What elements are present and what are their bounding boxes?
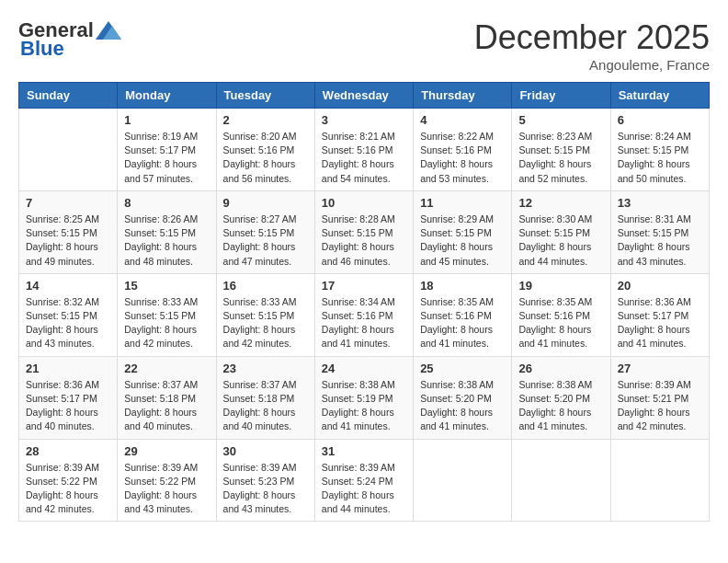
calendar-cell: 25Sunrise: 8:38 AM Sunset: 5:20 PM Dayli… <box>414 356 512 439</box>
day-info: Sunrise: 8:38 AM Sunset: 5:19 PM Dayligh… <box>322 378 406 434</box>
day-number: 8 <box>124 196 209 210</box>
weekday-header-row: SundayMondayTuesdayWednesdayThursdayFrid… <box>19 83 710 109</box>
week-row-3: 14Sunrise: 8:32 AM Sunset: 5:15 PM Dayli… <box>19 273 710 356</box>
weekday-header-tuesday: Tuesday <box>216 83 314 109</box>
day-info: Sunrise: 8:39 AM Sunset: 5:22 PM Dayligh… <box>26 461 110 517</box>
day-number: 18 <box>420 279 505 293</box>
calendar-cell: 21Sunrise: 8:36 AM Sunset: 5:17 PM Dayli… <box>19 356 118 439</box>
day-number: 11 <box>420 196 505 210</box>
location-subtitle: Angouleme, France <box>474 57 710 73</box>
calendar-cell: 4Sunrise: 8:22 AM Sunset: 5:16 PM Daylig… <box>414 109 512 191</box>
weekday-header-thursday: Thursday <box>414 83 512 109</box>
day-info: Sunrise: 8:38 AM Sunset: 5:20 PM Dayligh… <box>420 378 505 434</box>
weekday-header-saturday: Saturday <box>610 83 709 109</box>
day-number: 13 <box>618 196 702 210</box>
calendar-cell: 17Sunrise: 8:34 AM Sunset: 5:16 PM Dayli… <box>314 273 413 356</box>
day-number: 16 <box>223 279 308 293</box>
logo-blue-text: Blue <box>20 37 64 61</box>
calendar-cell: 14Sunrise: 8:32 AM Sunset: 5:15 PM Dayli… <box>19 273 118 356</box>
calendar-cell <box>610 439 709 522</box>
day-info: Sunrise: 8:21 AM Sunset: 5:16 PM Dayligh… <box>322 130 406 186</box>
day-info: Sunrise: 8:29 AM Sunset: 5:15 PM Dayligh… <box>420 213 505 269</box>
day-info: Sunrise: 8:34 AM Sunset: 5:16 PM Dayligh… <box>322 295 406 351</box>
day-number: 19 <box>518 279 603 293</box>
calendar-cell: 19Sunrise: 8:35 AM Sunset: 5:16 PM Dayli… <box>512 273 610 356</box>
day-number: 14 <box>26 279 110 293</box>
calendar-cell <box>512 439 610 522</box>
calendar-cell: 15Sunrise: 8:33 AM Sunset: 5:15 PM Dayli… <box>118 273 216 356</box>
day-info: Sunrise: 8:37 AM Sunset: 5:18 PM Dayligh… <box>124 378 209 434</box>
day-number: 3 <box>322 113 406 127</box>
day-info: Sunrise: 8:37 AM Sunset: 5:18 PM Dayligh… <box>223 378 308 434</box>
calendar-cell: 23Sunrise: 8:37 AM Sunset: 5:18 PM Dayli… <box>216 356 314 439</box>
calendar-cell: 26Sunrise: 8:38 AM Sunset: 5:20 PM Dayli… <box>512 356 610 439</box>
day-info: Sunrise: 8:20 AM Sunset: 5:16 PM Dayligh… <box>223 130 308 186</box>
week-row-2: 7Sunrise: 8:25 AM Sunset: 5:15 PM Daylig… <box>19 190 710 273</box>
page-header: General Blue December 2025 Angouleme, Fr… <box>18 18 710 73</box>
calendar-cell: 1Sunrise: 8:19 AM Sunset: 5:17 PM Daylig… <box>118 109 216 191</box>
day-number: 9 <box>223 196 308 210</box>
day-number: 20 <box>618 279 702 293</box>
day-number: 31 <box>322 444 406 458</box>
day-number: 2 <box>223 113 308 127</box>
calendar-cell: 8Sunrise: 8:26 AM Sunset: 5:15 PM Daylig… <box>118 190 216 273</box>
day-number: 22 <box>124 362 209 375</box>
calendar-cell: 22Sunrise: 8:37 AM Sunset: 5:18 PM Dayli… <box>118 356 216 439</box>
calendar-cell: 13Sunrise: 8:31 AM Sunset: 5:15 PM Dayli… <box>610 190 709 273</box>
calendar-cell: 24Sunrise: 8:38 AM Sunset: 5:19 PM Dayli… <box>314 356 413 439</box>
day-info: Sunrise: 8:35 AM Sunset: 5:16 PM Dayligh… <box>518 295 603 351</box>
day-number: 1 <box>124 113 209 127</box>
calendar-cell <box>19 109 118 191</box>
weekday-header-monday: Monday <box>118 83 216 109</box>
day-info: Sunrise: 8:39 AM Sunset: 5:23 PM Dayligh… <box>223 461 308 517</box>
day-info: Sunrise: 8:26 AM Sunset: 5:15 PM Dayligh… <box>124 213 209 269</box>
day-info: Sunrise: 8:31 AM Sunset: 5:15 PM Dayligh… <box>618 213 702 269</box>
calendar-cell <box>414 439 512 522</box>
day-info: Sunrise: 8:33 AM Sunset: 5:15 PM Dayligh… <box>223 295 308 351</box>
logo-icon <box>96 21 121 40</box>
day-number: 15 <box>124 279 209 293</box>
calendar-cell: 16Sunrise: 8:33 AM Sunset: 5:15 PM Dayli… <box>216 273 314 356</box>
day-info: Sunrise: 8:39 AM Sunset: 5:22 PM Dayligh… <box>124 461 209 517</box>
week-row-1: 1Sunrise: 8:19 AM Sunset: 5:17 PM Daylig… <box>19 109 710 191</box>
calendar-cell: 20Sunrise: 8:36 AM Sunset: 5:17 PM Dayli… <box>610 273 709 356</box>
calendar-cell: 12Sunrise: 8:30 AM Sunset: 5:15 PM Dayli… <box>512 190 610 273</box>
calendar-cell: 9Sunrise: 8:27 AM Sunset: 5:15 PM Daylig… <box>216 190 314 273</box>
calendar-table: SundayMondayTuesdayWednesdayThursdayFrid… <box>18 82 710 522</box>
calendar-cell: 3Sunrise: 8:21 AM Sunset: 5:16 PM Daylig… <box>314 109 413 191</box>
calendar-cell: 6Sunrise: 8:24 AM Sunset: 5:15 PM Daylig… <box>610 109 709 191</box>
calendar-cell: 5Sunrise: 8:23 AM Sunset: 5:15 PM Daylig… <box>512 109 610 191</box>
day-number: 23 <box>223 362 308 375</box>
day-number: 6 <box>618 113 702 127</box>
calendar-cell: 18Sunrise: 8:35 AM Sunset: 5:16 PM Dayli… <box>414 273 512 356</box>
day-info: Sunrise: 8:25 AM Sunset: 5:15 PM Dayligh… <box>26 213 110 269</box>
day-number: 30 <box>223 444 308 458</box>
day-info: Sunrise: 8:28 AM Sunset: 5:15 PM Dayligh… <box>322 213 406 269</box>
day-number: 29 <box>124 444 209 458</box>
day-number: 5 <box>518 113 603 127</box>
day-number: 21 <box>26 362 110 375</box>
weekday-header-sunday: Sunday <box>19 83 118 109</box>
day-number: 24 <box>322 362 406 375</box>
calendar-cell: 30Sunrise: 8:39 AM Sunset: 5:23 PM Dayli… <box>216 439 314 522</box>
day-info: Sunrise: 8:23 AM Sunset: 5:15 PM Dayligh… <box>518 130 603 186</box>
day-number: 4 <box>420 113 505 127</box>
day-info: Sunrise: 8:35 AM Sunset: 5:16 PM Dayligh… <box>420 295 505 351</box>
calendar-cell: 28Sunrise: 8:39 AM Sunset: 5:22 PM Dayli… <box>19 439 118 522</box>
day-number: 25 <box>420 362 505 375</box>
weekday-header-friday: Friday <box>512 83 610 109</box>
day-number: 7 <box>26 196 110 210</box>
calendar-cell: 27Sunrise: 8:39 AM Sunset: 5:21 PM Dayli… <box>610 356 709 439</box>
calendar-cell: 31Sunrise: 8:39 AM Sunset: 5:24 PM Dayli… <box>314 439 413 522</box>
day-info: Sunrise: 8:36 AM Sunset: 5:17 PM Dayligh… <box>618 295 702 351</box>
week-row-4: 21Sunrise: 8:36 AM Sunset: 5:17 PM Dayli… <box>19 356 710 439</box>
day-info: Sunrise: 8:30 AM Sunset: 5:15 PM Dayligh… <box>518 213 603 269</box>
day-number: 17 <box>322 279 406 293</box>
title-section: December 2025 Angouleme, France <box>474 18 710 73</box>
day-info: Sunrise: 8:36 AM Sunset: 5:17 PM Dayligh… <box>26 378 110 434</box>
calendar-cell: 29Sunrise: 8:39 AM Sunset: 5:22 PM Dayli… <box>118 439 216 522</box>
day-info: Sunrise: 8:19 AM Sunset: 5:17 PM Dayligh… <box>124 130 209 186</box>
logo: General Blue <box>18 18 121 61</box>
day-number: 28 <box>26 444 110 458</box>
day-number: 12 <box>518 196 603 210</box>
